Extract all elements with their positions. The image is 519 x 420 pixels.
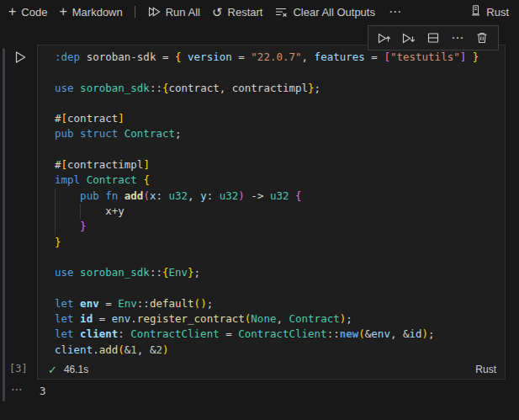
toolbar-separator [135, 6, 135, 18]
code-lines[interactable]: :dep soroban-sdk = { version = "22.0.7",… [38, 45, 505, 360]
code-line[interactable]: let client: ContractClient = ContractCli… [55, 327, 498, 342]
execution-duration: 46.1s [64, 364, 88, 375]
code-line[interactable]: pub struct Contract; [55, 126, 498, 141]
notebook-editor: + Code + Markdown Run All ↺ Restart [0, 0, 519, 420]
add-code-button[interactable]: + Code [8, 5, 47, 19]
code-line[interactable] [55, 280, 498, 295]
cell-output: 3 [40, 385, 46, 397]
toolbar-more-button[interactable]: ⋯ [387, 4, 404, 19]
code-line[interactable] [55, 250, 498, 265]
add-markdown-button[interactable]: + Markdown [59, 5, 122, 19]
cell-editor: :dep soroban-sdk = { version = "22.0.7",… [37, 45, 506, 380]
indent-guide [55, 219, 56, 234]
indent-guide [80, 204, 81, 219]
cell-more-actions-button[interactable]: ⋯ [448, 28, 468, 48]
code-line[interactable]: pub fn add(x: u32, y: u32) -> u32 { [55, 189, 498, 204]
kernel-icon [469, 4, 482, 19]
run-cell-button[interactable] [12, 50, 29, 66]
execute-above-button[interactable] [374, 28, 395, 48]
clear-all-outputs-icon [274, 5, 288, 19]
code-line[interactable]: x+y [55, 204, 498, 219]
restart-label: Restart [228, 6, 263, 19]
success-check-icon: ✓ [48, 364, 57, 375]
notebook-toolbar: + Code + Markdown Run All ↺ Restart [0, 0, 519, 24]
delete-cell-button[interactable] [472, 28, 492, 48]
output-more-button[interactable]: ⋯ [11, 382, 24, 396]
execution-count: [3] [9, 363, 28, 375]
code-line[interactable]: impl Contract { [55, 173, 498, 188]
cell-focus-bar [3, 48, 5, 401]
code-line[interactable]: use soroban_sdk::{Env}; [55, 265, 498, 280]
run-all-label: Run All [166, 6, 200, 19]
indent-guide [55, 204, 56, 219]
run-all-icon [147, 5, 161, 19]
code-line[interactable] [55, 96, 498, 111]
kernel-label: Rust [486, 6, 509, 19]
add-code-label: Code [21, 6, 47, 19]
code-line[interactable]: let env = Env::default(); [55, 296, 498, 311]
kernel-picker-button[interactable]: Rust [469, 4, 509, 19]
code-line[interactable]: #[contractimpl] [55, 157, 498, 173]
code-line[interactable]: } [55, 219, 498, 234]
code-line[interactable]: #[contract] [55, 111, 498, 126]
execute-below-button[interactable] [399, 28, 419, 48]
plus-icon: + [59, 5, 66, 19]
run-all-button[interactable]: Run All [147, 5, 200, 19]
indent-guide [55, 189, 56, 204]
add-markdown-label: Markdown [72, 6, 123, 19]
clear-all-outputs-button[interactable]: Clear All Outputs [274, 5, 375, 19]
split-cell-button[interactable] [423, 28, 443, 48]
code-line[interactable]: let id = env.register_contract(None, Con… [55, 311, 498, 327]
restart-button[interactable]: ↺ Restart [212, 6, 262, 19]
code-line[interactable]: :dep soroban-sdk = { version = "22.0.7",… [55, 50, 498, 65]
cell-toolbar: ⋯ [368, 25, 499, 51]
clear-all-outputs-label: Clear All Outputs [293, 6, 375, 19]
code-line[interactable]: client.add(&1, &2) [55, 343, 498, 358]
cell-status-bar: ✓ 46.1s Rust [38, 360, 505, 379]
code-line[interactable] [55, 65, 498, 80]
restart-icon: ↺ [212, 6, 223, 19]
code-line[interactable]: } [55, 235, 498, 250]
code-line[interactable] [55, 142, 498, 157]
plus-icon: + [8, 5, 16, 19]
code-line[interactable]: use soroban_sdk::{contract, contractimpl… [55, 81, 498, 96]
cell-language-label[interactable]: Rust [475, 364, 496, 375]
